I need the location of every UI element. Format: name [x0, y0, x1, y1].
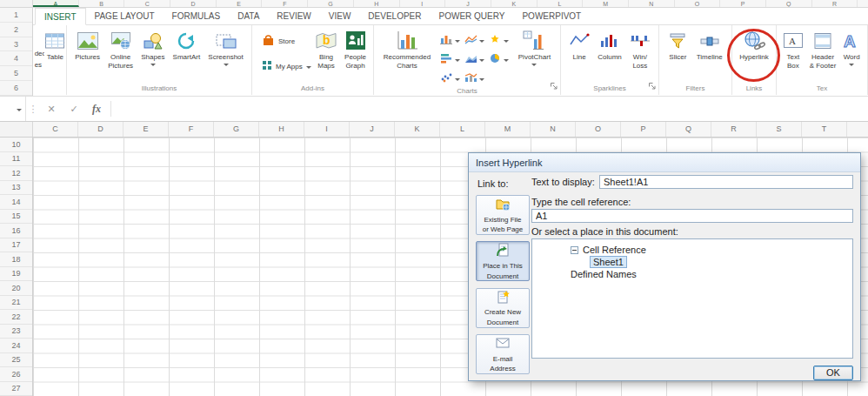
ribbon-tab[interactable]: POWER QUERY: [431, 8, 514, 24]
column-header[interactable]: E: [217, 0, 263, 7]
smartart-button[interactable]: SmartArt: [173, 26, 201, 62]
ribbon-tab[interactable]: REVIEW: [268, 8, 319, 24]
sparklines-dialog-launcher[interactable]: [648, 78, 657, 94]
cancel-button[interactable]: ✕: [40, 104, 63, 115]
column-header[interactable]: O: [675, 0, 721, 7]
row-header[interactable]: 17: [0, 238, 32, 253]
collapse-icon[interactable]: [571, 246, 578, 254]
insert-area-chart-button[interactable]: [464, 51, 484, 67]
wordart-button[interactable]: A Word: [842, 26, 861, 66]
row-header[interactable]: 13: [0, 181, 32, 196]
column-header[interactable]: J: [350, 122, 395, 137]
column-header[interactable]: N: [531, 122, 576, 137]
insert-bar-chart-button[interactable]: [440, 51, 460, 67]
row-header[interactable]: 3: [0, 37, 32, 52]
column-header[interactable]: K: [491, 0, 537, 7]
ok-button[interactable]: OK: [813, 366, 853, 380]
column-header[interactable]: H: [259, 122, 304, 137]
row-header[interactable]: 21: [0, 296, 32, 311]
row-header[interactable]: 23: [0, 325, 32, 339]
tree-item-sheet1[interactable]: Sheet1: [532, 256, 852, 268]
shapes-button[interactable]: Shapes: [141, 26, 164, 66]
row-header[interactable]: 15: [0, 210, 32, 225]
table-button[interactable]: Table: [44, 26, 65, 62]
column-header[interactable]: M: [583, 0, 629, 7]
insert-line-chart-button[interactable]: [464, 32, 484, 48]
column-header[interactable]: D: [78, 122, 124, 137]
recommended-charts-button[interactable]: Recommended Charts: [384, 26, 431, 70]
row-header[interactable]: 24: [0, 339, 32, 353]
tree-item-cell-reference[interactable]: Cell Reference: [532, 244, 852, 256]
hyperlink-button[interactable]: Hyperlink: [739, 26, 768, 62]
column-header[interactable]: S: [757, 122, 802, 137]
formula-bar-grip[interactable]: ⋮: [26, 104, 40, 115]
ribbon-tab[interactable]: DATA: [229, 8, 268, 24]
column-header[interactable]: A: [33, 0, 79, 7]
pictures-button[interactable]: Pictures: [75, 26, 100, 62]
row-header[interactable]: 14: [0, 195, 32, 210]
row-header[interactable]: 25: [0, 353, 32, 368]
pivotchart-button[interactable]: PivotChart: [518, 26, 551, 66]
column-header[interactable]: P: [621, 122, 666, 137]
formula-input[interactable]: [114, 97, 868, 121]
row-header[interactable]: 20: [0, 281, 32, 296]
sparkline-winloss-button[interactable]: Win/ Loss: [630, 26, 651, 70]
row-header[interactable]: 1: [0, 8, 32, 23]
bing-maps-button[interactable]: b Bing Maps: [315, 26, 337, 70]
screenshot-button[interactable]: Screenshot: [208, 26, 243, 66]
store-button[interactable]: Store: [259, 34, 308, 49]
cell-reference-input[interactable]: [531, 209, 853, 223]
name-box[interactable]: [0, 97, 26, 121]
email-address-button[interactable]: E-mail Address: [476, 334, 530, 374]
row-header[interactable]: 27: [0, 382, 32, 396]
insert-function-button[interactable]: fx: [85, 103, 108, 116]
column-header[interactable]: C: [124, 0, 170, 7]
sparkline-column-button[interactable]: Column: [598, 26, 622, 62]
column-header[interactable]: I: [400, 0, 446, 7]
row-header[interactable]: 10: [0, 138, 32, 152]
column-header[interactable]: Q: [666, 122, 711, 137]
column-header[interactable]: M: [485, 122, 531, 137]
enter-button[interactable]: ✓: [63, 104, 85, 115]
column-header[interactable]: E: [124, 122, 169, 137]
column-header[interactable]: T: [802, 122, 847, 137]
ribbon-tab[interactable]: DEVELOPER: [359, 8, 430, 24]
select-all-corner[interactable]: [0, 122, 33, 137]
insert-statistic-chart-button[interactable]: [489, 32, 509, 48]
column-header[interactable]: L: [440, 122, 485, 137]
column-header[interactable]: Q: [766, 0, 812, 7]
create-new-document-button[interactable]: Create New Document: [476, 288, 530, 328]
slicer-button[interactable]: Slicer: [668, 26, 687, 62]
row-header[interactable]: 11: [0, 152, 32, 167]
column-header[interactable]: K: [395, 122, 440, 137]
row-header[interactable]: 5: [0, 66, 32, 81]
column-header[interactable]: R: [711, 122, 757, 137]
place-in-document-button[interactable]: Place in This Document: [476, 241, 530, 281]
row-header[interactable]: 6: [0, 81, 32, 96]
column-header[interactable]: I: [304, 122, 350, 137]
text-box-button[interactable]: A Text Box: [783, 26, 804, 70]
column-header[interactable]: H: [354, 0, 400, 7]
row-header[interactable]: 2: [0, 23, 32, 37]
select-all-corner[interactable]: [0, 0, 33, 7]
column-header[interactable]: B: [79, 0, 125, 7]
column-header[interactable]: D: [170, 0, 217, 7]
column-header[interactable]: O: [576, 122, 621, 137]
ribbon-tab[interactable]: POWERPIVOT: [513, 8, 590, 24]
header-footer-button[interactable]: Header & Footer: [810, 26, 837, 70]
column-header[interactable]: F: [262, 0, 308, 7]
column-header[interactable]: G: [308, 0, 354, 7]
column-header[interactable]: G: [214, 122, 259, 137]
row-header[interactable]: 4: [0, 51, 32, 66]
tree-item-defined-names[interactable]: Defined Names: [532, 268, 852, 280]
people-graph-button[interactable]: People Graph: [344, 26, 366, 70]
charts-dialog-launcher[interactable]: [550, 78, 558, 94]
insert-scatter-chart-button[interactable]: [440, 70, 460, 86]
column-header[interactable]: J: [445, 0, 491, 7]
ribbon-tab[interactable]: PAGE LAYOUT: [86, 8, 164, 24]
column-header[interactable]: L: [537, 0, 584, 7]
column-header[interactable]: N: [629, 0, 675, 7]
row-header[interactable]: 22: [0, 310, 32, 325]
insert-combo-chart-button[interactable]: [464, 70, 484, 86]
ribbon-tab[interactable]: FORMULAS: [164, 8, 230, 24]
